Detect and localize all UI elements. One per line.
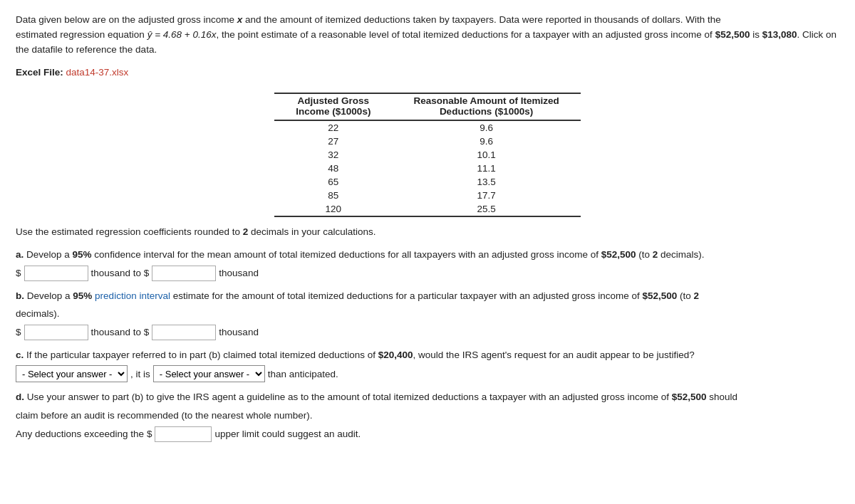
part-c-label: c. (16, 350, 24, 360)
table-cell-deductions: 25.5 (392, 202, 580, 216)
part-a-thousand-to: thousand to $ (91, 266, 150, 281)
table-row: 65 13.5 (274, 175, 580, 189)
table-cell-deductions: 9.6 (392, 120, 580, 135)
intro-text-2: estimated regression equation (16, 29, 147, 40)
intro-income-value: $52,500 (715, 29, 750, 40)
table-row: 22 9.6 (274, 120, 580, 135)
part-c-select-1[interactable]: - Select your answer - Yes No (16, 365, 128, 382)
intro-equation: ŷ = 4.68 + 0.16x (147, 29, 217, 40)
part-b-input-lower[interactable] (24, 325, 88, 340)
excel-file-section: Excel File: data14-37.xlsx (16, 65, 839, 80)
part-b-label: b. (16, 290, 24, 301)
part-b-section: b. Develop a 95% prediction interval est… (16, 288, 839, 340)
part-b-dollar-sign: $ (16, 325, 21, 340)
col2-header: Reasonable Amount of Itemized Deductions… (392, 93, 580, 120)
table-row: 32 10.1 (274, 148, 580, 162)
part-b-text-cont: decimals). (16, 306, 839, 322)
part-c-text: c. If the particular taxpayer referred t… (16, 347, 839, 363)
part-a-section: a. Develop a 95% confidence interval for… (16, 247, 839, 281)
note-text: Use the estimated regression coefficient… (16, 226, 376, 237)
part-b-thousand: thousand (219, 325, 259, 340)
intro-result-value: $13,080 (762, 29, 797, 40)
part-c-section: c. If the particular taxpayer referred t… (16, 347, 839, 383)
table-cell-deductions: 17.7 (392, 189, 580, 202)
data-table: Adjusted Gross Income ($1000s) Reasonabl… (274, 93, 580, 217)
part-a-input-lower[interactable] (24, 266, 88, 281)
intro-text-1: Data given below are on the adjusted gro… (16, 14, 237, 25)
part-d-suffix: upper limit could suggest an audit. (214, 426, 361, 442)
part-a-input-upper[interactable] (152, 266, 216, 281)
table-cell-income: 85 (274, 189, 392, 202)
excel-link[interactable]: data14-37.xlsx (66, 67, 129, 78)
table-row: 27 9.6 (274, 135, 580, 148)
table-row: 48 11.1 (274, 162, 580, 175)
table-row: 120 25.5 (274, 202, 580, 216)
intro-text-1b: and the amount of itemized deductions ta… (242, 14, 721, 25)
table-cell-income: 48 (274, 162, 392, 175)
intro-is: is (750, 29, 762, 40)
table-cell-deductions: 10.1 (392, 148, 580, 162)
part-d-input-row: Any deductions exceeding the $ upper lim… (16, 426, 839, 442)
part-c-it-is: , it is (130, 367, 150, 382)
intro-paragraph: Data given below are on the adjusted gro… (16, 13, 839, 58)
part-a-label: a. (16, 249, 24, 260)
part-d-label: d. (16, 392, 24, 402)
table-cell-income: 65 (274, 175, 392, 189)
table-cell-deductions: 11.1 (392, 162, 580, 175)
excel-label: Excel File: (16, 67, 63, 78)
col1-header: Adjusted Gross Income ($1000s) (274, 93, 392, 120)
part-b-thousand-to: thousand to $ (91, 325, 150, 340)
part-a-inputs: $ thousand to $ thousand (16, 266, 839, 281)
table-cell-income: 22 (274, 120, 392, 135)
data-table-section: Adjusted Gross Income ($1000s) Reasonabl… (16, 93, 839, 217)
part-a-text: a. Develop a 95% confidence interval for… (16, 247, 839, 263)
table-cell-income: 120 (274, 202, 392, 216)
note-section: Use the estimated regression coefficient… (16, 224, 839, 240)
part-b-inputs: $ thousand to $ thousand (16, 325, 839, 340)
table-cell-deductions: 9.6 (392, 135, 580, 148)
part-d-section: d. Use your answer to part (b) to give t… (16, 389, 839, 441)
part-a-thousand: thousand (219, 266, 259, 281)
part-d-text-cont: claim before an audit is recommended (to… (16, 408, 839, 424)
part-d-input[interactable] (155, 426, 212, 442)
part-a-dollar-sign: $ (16, 266, 21, 281)
part-b-text: b. Develop a 95% prediction interval est… (16, 288, 839, 304)
table-cell-income: 32 (274, 148, 392, 162)
part-b-input-upper[interactable] (152, 325, 216, 340)
table-row: 85 17.7 (274, 189, 580, 202)
part-d-text: d. Use your answer to part (b) to give t… (16, 389, 839, 405)
part-d-prefix: Any deductions exceeding the $ (16, 426, 152, 442)
table-cell-income: 27 (274, 135, 392, 148)
part-c-than: than anticipated. (268, 367, 338, 382)
part-c-select-2[interactable]: - Select your answer - more less (153, 365, 265, 382)
intro-text-2b: , the point estimate of a reasonable lev… (216, 29, 712, 40)
table-cell-deductions: 13.5 (392, 175, 580, 189)
part-c-selects: - Select your answer - Yes No , it is - … (16, 365, 839, 382)
